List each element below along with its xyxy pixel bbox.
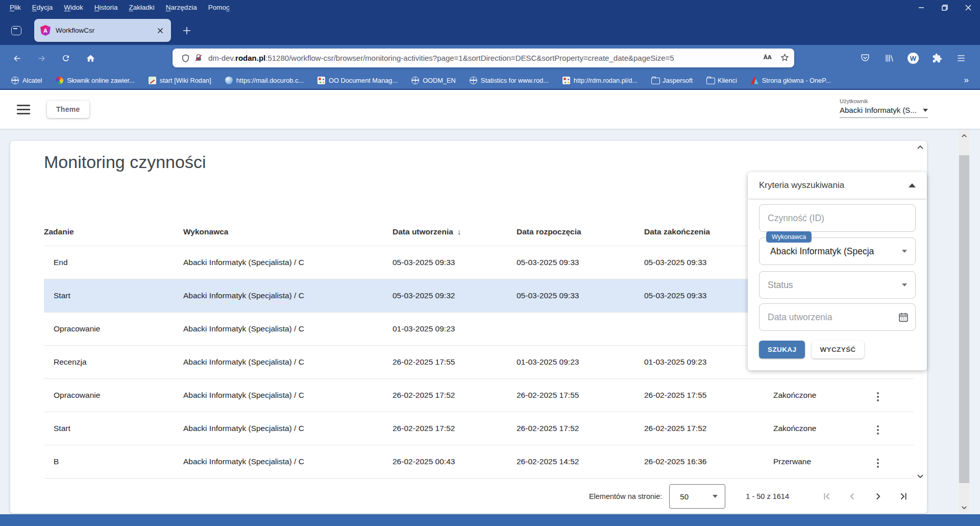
tab-close-button[interactable] bbox=[155, 25, 166, 36]
search-criteria-panel: Kryteria wyszukiwania Wykonawca Abacki I… bbox=[748, 172, 927, 370]
wykonawca-select[interactable]: Wykonawca Abacki Informatyk (Specja bbox=[759, 237, 916, 265]
browser-tab[interactable]: A WorkflowCsr bbox=[34, 19, 171, 42]
bookmark-item[interactable]: Słownik online zawier... bbox=[56, 77, 134, 84]
cell-wykonawca: Abacki Informatyk (Specjalista) / C bbox=[183, 457, 393, 466]
sort-descending-icon[interactable]: ↓ bbox=[457, 227, 461, 236]
column-header[interactable]: Data utworzenia↓ bbox=[393, 227, 517, 236]
cell-zadanie: Recenzja bbox=[44, 357, 183, 367]
column-header[interactable]: Zadanie↓ bbox=[44, 227, 183, 236]
clear-button[interactable]: WYCZYŚĆ bbox=[812, 341, 864, 358]
scrollbar-up-icon[interactable] bbox=[959, 131, 969, 141]
list-all-tabs-button[interactable] bbox=[8, 22, 24, 39]
tab-title: WorkflowCsr bbox=[56, 27, 155, 34]
insecure-lock-icon[interactable] bbox=[192, 54, 205, 62]
theme-button[interactable]: Theme bbox=[47, 101, 89, 118]
search-button[interactable]: SZUKAJ bbox=[759, 341, 805, 358]
criteria-header[interactable]: Kryteria wyszukiwania bbox=[748, 172, 927, 199]
user-select[interactable]: Użytkownik Abacki Informatyk (S... bbox=[840, 98, 928, 118]
page-title: Monitoring czynności bbox=[44, 152, 206, 172]
page-range-label: 1 - 50 z 1614 bbox=[746, 492, 789, 500]
svg-text:ǍA: ǍA bbox=[764, 54, 772, 60]
last-page-icon bbox=[898, 491, 909, 502]
cell-zadanie: B bbox=[44, 457, 183, 466]
menu-item[interactable]: Pomoc bbox=[203, 0, 235, 15]
user-select-value: Abacki Informatyk (S... bbox=[840, 106, 923, 114]
restore-button[interactable] bbox=[933, 0, 957, 15]
bottom-band bbox=[0, 514, 980, 526]
app-menu-button[interactable] bbox=[17, 105, 30, 114]
creation-date-input[interactable] bbox=[760, 304, 898, 330]
library-icon[interactable] bbox=[881, 51, 897, 66]
forward-button[interactable] bbox=[33, 50, 50, 67]
wikipedia-extension-icon[interactable]: W bbox=[905, 51, 921, 66]
cell-actions bbox=[874, 420, 914, 437]
cell-wykonawca: Abacki Informatyk (Specjalista) / C bbox=[183, 291, 393, 300]
bookmarks-overflow-chevron[interactable]: » bbox=[964, 75, 973, 85]
bookmark-favicon bbox=[225, 77, 233, 84]
first-page-button[interactable] bbox=[817, 486, 837, 507]
browser-window: PlikEdycjaWidokHistoriaZakładkiNarzędzia… bbox=[0, 0, 980, 526]
bookmark-favicon bbox=[751, 77, 758, 84]
url-bar[interactable]: dm-dev.rodan.pl:51280/workflow-csr/brows… bbox=[173, 49, 794, 67]
row-menu-icon[interactable] bbox=[874, 390, 882, 403]
bookmark-item[interactable]: Strona główna - OneP... bbox=[751, 77, 831, 84]
bookmark-star-icon[interactable] bbox=[780, 53, 789, 63]
scrollbar-thumb[interactable] bbox=[959, 155, 969, 483]
cell-zadanie: Start bbox=[44, 424, 183, 433]
menu-item[interactable]: Edycja bbox=[27, 0, 59, 15]
bookmark-item[interactable]: OODM_EN bbox=[411, 77, 456, 84]
shield-icon[interactable] bbox=[179, 54, 192, 63]
bookmark-item[interactable]: Alcatel bbox=[11, 77, 42, 84]
table-scroll-up-icon[interactable] bbox=[917, 143, 924, 151]
menu-hamburger-icon[interactable] bbox=[953, 51, 969, 66]
column-header[interactable]: Data rozpoczęcia↓ bbox=[517, 227, 644, 236]
previous-page-button[interactable] bbox=[842, 486, 863, 507]
calendar-icon[interactable] bbox=[898, 312, 909, 323]
items-per-page-label: Elementów na stronie: bbox=[589, 492, 662, 500]
menu-item[interactable]: Zakładki bbox=[124, 0, 160, 15]
bookmark-item[interactable]: https://mail.docurob.c... bbox=[225, 77, 304, 84]
table-row[interactable]: Start Abacki Informatyk (Specjalista) / … bbox=[44, 412, 914, 445]
table-row[interactable]: B Abacki Informatyk (Specjalista) / C 26… bbox=[44, 445, 914, 479]
new-tab-button[interactable] bbox=[180, 23, 194, 38]
activity-id-input[interactable] bbox=[760, 205, 915, 231]
scrollbar-down-icon[interactable] bbox=[959, 503, 969, 513]
table-row[interactable]: Opracowanie Abacki Informatyk (Specjalis… bbox=[44, 379, 914, 412]
close-button[interactable] bbox=[957, 0, 980, 15]
bookmark-item[interactable]: Jaspersoft bbox=[651, 77, 693, 84]
menu-item[interactable]: Plik bbox=[4, 0, 27, 15]
cell-wykonawca: Abacki Informatyk (Specjalista) / C bbox=[183, 357, 393, 367]
minimize-button[interactable] bbox=[910, 0, 933, 15]
status-select[interactable]: Status bbox=[759, 271, 916, 299]
close-icon bbox=[965, 5, 971, 11]
menu-item[interactable]: Historia bbox=[89, 0, 124, 15]
menu-item[interactable]: Narzędzia bbox=[160, 0, 203, 15]
cell-data-zakonczenia: 26-02-2025 16:36 bbox=[644, 457, 773, 466]
column-header[interactable]: Wykonawca↓ bbox=[183, 227, 393, 236]
pocket-icon[interactable] bbox=[857, 51, 873, 66]
page-scrollbar[interactable] bbox=[959, 130, 969, 514]
back-button[interactable] bbox=[8, 50, 26, 67]
home-button[interactable] bbox=[82, 50, 99, 67]
table-scroll-down-icon[interactable] bbox=[917, 472, 924, 480]
extensions-puzzle-icon[interactable] bbox=[929, 51, 945, 66]
minimize-icon bbox=[918, 5, 924, 11]
row-menu-icon[interactable] bbox=[874, 457, 882, 470]
reload-button[interactable] bbox=[57, 50, 75, 67]
bookmark-favicon bbox=[651, 77, 659, 84]
page-size-select[interactable]: 50 bbox=[669, 484, 725, 509]
bookmark-item[interactable]: http://rdm.rodan.pl/d... bbox=[562, 77, 638, 84]
bookmark-item[interactable]: start [Wiki Rodan] bbox=[149, 77, 211, 84]
last-page-button[interactable] bbox=[893, 486, 914, 507]
cell-data-utworzenia: 26-02-2025 17:52 bbox=[393, 424, 517, 433]
bookmark-item[interactable]: Klienci bbox=[706, 77, 737, 84]
bookmark-item[interactable]: Statistics for www.rod... bbox=[470, 77, 549, 84]
collapse-chevron-up-icon[interactable] bbox=[909, 183, 916, 187]
next-page-button[interactable] bbox=[868, 486, 888, 507]
translate-icon[interactable]: ǍA bbox=[763, 53, 774, 63]
bookmarks-bar: Alcatel Słownik online zawier... start [… bbox=[0, 71, 980, 90]
row-menu-icon[interactable] bbox=[874, 423, 882, 437]
menu-item[interactable]: Widok bbox=[58, 0, 89, 15]
cell-actions bbox=[874, 453, 914, 470]
bookmark-item[interactable]: OO Document Manag... bbox=[317, 77, 398, 84]
